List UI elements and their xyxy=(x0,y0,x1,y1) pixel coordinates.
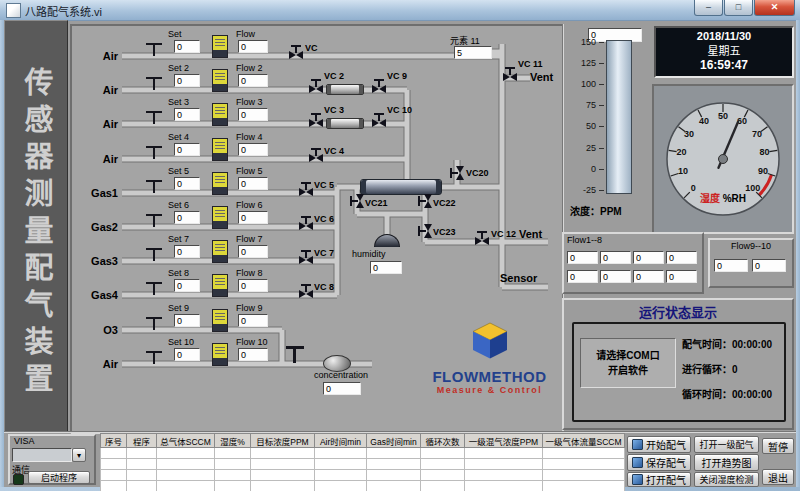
gas-source-label: Gas2 xyxy=(74,221,118,233)
set-value-input[interactable]: 0 xyxy=(174,279,200,292)
valve-vc23-icon[interactable] xyxy=(418,224,432,238)
valve-vc23-label: VC23 xyxy=(433,227,456,237)
col-header: 总气体SCCM xyxy=(157,434,215,448)
tee-valve-icon[interactable] xyxy=(286,346,304,363)
gas-source-label: Air xyxy=(74,84,118,96)
valve-vc6-icon[interactable] xyxy=(299,216,313,230)
set-label: Set 3 xyxy=(168,97,189,107)
set-value-input[interactable]: 0 xyxy=(174,211,200,224)
gas-source-label: Gas4 xyxy=(74,289,118,301)
window-frame-right xyxy=(796,20,800,491)
set-value-input[interactable]: 0 xyxy=(174,143,200,156)
start-program-button[interactable]: 启动程序 xyxy=(28,471,90,484)
valve-vc7-icon[interactable] xyxy=(299,250,313,264)
valve-vc3-icon[interactable] xyxy=(309,113,323,127)
valve-vc22-icon[interactable] xyxy=(418,194,432,208)
valve-vc11-icon[interactable] xyxy=(503,67,517,81)
title-bar[interactable]: 八路配气系统.vi – □ ✕ xyxy=(0,0,800,21)
valve-vc21-label: VC21 xyxy=(365,198,388,208)
vent-mid-label: Vent xyxy=(519,228,542,240)
tee-valve-icon[interactable] xyxy=(146,180,162,193)
flow-display: 0 xyxy=(633,251,664,264)
tee-valve-icon[interactable] xyxy=(146,351,162,364)
svg-text:10: 10 xyxy=(678,166,688,176)
gas-flow-diagram: AirSet0Flow0AirSet 20Flow 20AirSet 30Flo… xyxy=(70,24,564,434)
valve-vc2-icon[interactable] xyxy=(309,79,323,93)
element11-input[interactable]: 5 xyxy=(454,46,492,59)
valve-vc9-label: VC 9 xyxy=(387,71,407,81)
program-table[interactable]: 序号 程序 总气体SCCM 湿度% 目标浓度PPM Air时间min Gas时间… xyxy=(100,433,625,491)
bar-tick: 0 xyxy=(568,164,596,174)
valve-vc11-label: VC 11 xyxy=(518,59,543,69)
set-value-input[interactable]: 0 xyxy=(174,245,200,258)
open-trend-button[interactable]: 打开趋势图 xyxy=(694,454,759,471)
mfc-controller-icon xyxy=(212,343,228,366)
bar-tick: 50 xyxy=(568,121,596,131)
table-row xyxy=(101,481,625,491)
tee-valve-icon[interactable] xyxy=(146,317,162,330)
tee-valve-icon[interactable] xyxy=(146,214,162,227)
app-window: 八路配气系统.vi – □ ✕ 传感器测量配气装置 AirSet0Flow0Ai… xyxy=(0,0,800,491)
svg-text:30: 30 xyxy=(684,129,694,139)
valve-vc1-icon[interactable] xyxy=(289,45,303,59)
open-level1-button[interactable]: 打开一级配气 xyxy=(694,436,759,453)
set-value-input[interactable]: 0 xyxy=(174,40,200,53)
start-mixing-label: 开始配气 xyxy=(646,437,686,452)
maximize-button[interactable]: □ xyxy=(724,0,753,16)
set-label: Set 7 xyxy=(168,234,189,244)
set-label: Set 2 xyxy=(168,63,189,73)
svg-text:20: 20 xyxy=(676,147,686,157)
cycle-count-row: 进行循环：0 xyxy=(682,361,738,376)
tee-valve-icon[interactable] xyxy=(146,43,162,56)
valve-vc4-label: VC 4 xyxy=(324,146,344,156)
visa-dropdown-button[interactable]: ▾ xyxy=(72,448,86,462)
valve-vc21-icon[interactable] xyxy=(350,194,364,208)
bar-gauge-label: 浓度：PPM xyxy=(570,203,622,218)
humidity-off-button[interactable]: 关闭湿度检测 xyxy=(694,472,759,487)
valve-vc12-icon[interactable] xyxy=(475,231,489,245)
tee-valve-icon[interactable] xyxy=(146,282,162,295)
sidebar: 传感器测量配气装置 xyxy=(4,20,68,432)
tee-valve-icon[interactable] xyxy=(146,77,162,90)
tee-valve-icon[interactable] xyxy=(146,111,162,124)
close-button[interactable]: ✕ xyxy=(754,0,795,16)
exit-button[interactable]: 退出 xyxy=(762,469,794,485)
valve-vc9-icon[interactable] xyxy=(372,79,386,93)
start-mixing-button[interactable]: 开始配气 xyxy=(627,436,691,453)
tee-valve-icon[interactable] xyxy=(146,248,162,261)
humidity-value-display: 0 xyxy=(370,261,402,274)
mfc-controller-icon xyxy=(212,309,228,332)
set-value-input[interactable]: 0 xyxy=(174,108,200,121)
valve-vc1-label: VC xyxy=(305,43,318,53)
set-value-input[interactable]: 0 xyxy=(174,177,200,190)
humidity-label: humidity xyxy=(352,249,386,259)
valve-vc8-icon[interactable] xyxy=(299,284,313,298)
mfc-controller-icon xyxy=(212,206,228,229)
mixer-device-icon xyxy=(360,179,442,195)
set-value-input[interactable]: 0 xyxy=(174,74,200,87)
vent-top-label: Vent xyxy=(530,71,553,83)
save-mixing-icon xyxy=(632,457,643,468)
col-header: Gas时间min xyxy=(367,434,421,448)
set-value-input[interactable]: 0 xyxy=(174,314,200,327)
gas-source-label: Air xyxy=(74,358,118,370)
tee-valve-icon[interactable] xyxy=(146,146,162,159)
set-value-input[interactable]: 0 xyxy=(174,348,200,361)
valve-vc20-icon[interactable] xyxy=(450,166,464,180)
set-label: Set 8 xyxy=(168,268,189,278)
visa-resource-combo[interactable] xyxy=(12,448,72,462)
pause-button[interactable]: 暂停 xyxy=(762,438,794,454)
valve-vc5-icon[interactable] xyxy=(299,182,313,196)
col-header: 序号 xyxy=(101,434,127,448)
visa-label: VISA xyxy=(14,436,35,446)
date-text: 2018/11/30 xyxy=(656,30,792,42)
valve-vc22-label: VC22 xyxy=(433,198,456,208)
open-mixing-button[interactable]: 打开配气 xyxy=(627,472,691,487)
minimize-button[interactable]: – xyxy=(694,0,723,16)
col-header: 程序 xyxy=(127,434,157,448)
valve-vc4-icon[interactable] xyxy=(309,148,323,162)
save-mixing-button[interactable]: 保存配气 xyxy=(627,454,691,471)
valve-vc10-icon[interactable] xyxy=(372,113,386,127)
flow-value-display: 0 xyxy=(238,245,268,258)
mfc-controller-icon xyxy=(212,172,228,195)
